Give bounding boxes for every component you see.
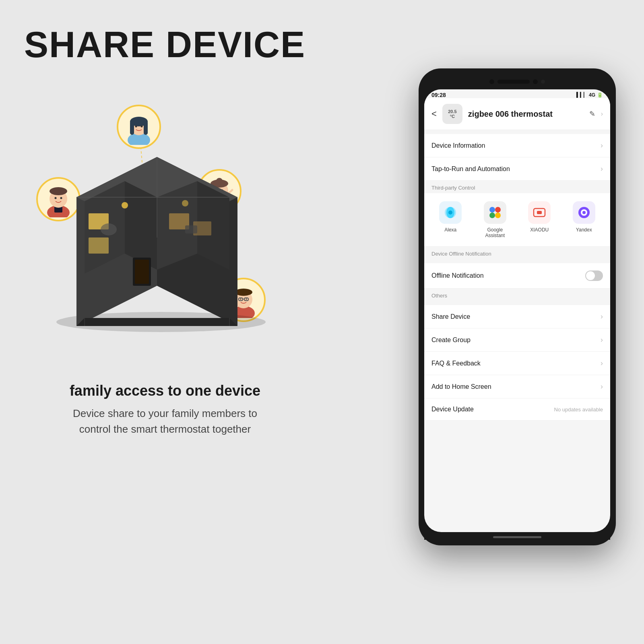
back-button[interactable]: < <box>431 109 437 119</box>
tap-run-label: Tap-to-Run and Automation <box>431 165 510 173</box>
family-access-title: family access to one device <box>36 382 294 399</box>
menu-item-tap-run[interactable]: Tap-to-Run and Automation › <box>424 157 610 181</box>
device-update-label: Device Update <box>431 406 474 413</box>
offline-section: Offline Notification <box>424 263 610 289</box>
temp-value: 20.5 <box>448 109 456 114</box>
page-title: SHARE DEVICE <box>24 24 305 66</box>
svg-point-51 <box>182 200 188 206</box>
create-group-label: Create Group <box>431 336 471 344</box>
phone-container: 09:28 ▍▎▏ 4G 🔋 < 20.5 °C zigbee 006 ther… <box>419 68 620 545</box>
svg-rect-47 <box>135 260 149 284</box>
google-label: Google Assistant <box>479 227 511 238</box>
svg-point-48 <box>101 223 117 235</box>
offline-section-header: Device Offline Notification <box>424 247 610 259</box>
alexa-icon <box>439 201 462 224</box>
tp-item-xiaodu[interactable]: XIAODU <box>523 201 555 233</box>
third-party-row: Alexa Google Assistant <box>424 193 610 247</box>
add-home-label: Add to Home Screen <box>431 383 491 390</box>
xiaodu-icon <box>528 201 551 224</box>
menu-device-information-section: Device Information › Tap-to-Run and Auto… <box>424 134 610 181</box>
alexa-label: Alexa <box>444 227 456 233</box>
house-svg <box>44 129 278 338</box>
phone-screen: 09:28 ▍▎▏ 4G 🔋 < 20.5 °C zigbee 006 ther… <box>424 89 610 532</box>
menu-item-share-device[interactable]: Share Device › <box>424 305 610 328</box>
device-name: zigbee 006 thermostat <box>468 109 584 119</box>
tp-item-yandex[interactable]: Yandex <box>568 201 600 233</box>
third-party-section-header: Third-party Control <box>424 181 610 193</box>
signal-strength: 4G <box>589 92 595 98</box>
others-section: Share Device › Create Group › FAQ & Feed… <box>424 305 610 421</box>
svg-point-60 <box>489 213 495 218</box>
tap-run-chevron: › <box>601 165 603 173</box>
svg-point-59 <box>495 207 501 213</box>
tp-item-alexa[interactable]: Alexa <box>434 201 466 233</box>
menu-item-offline[interactable]: Offline Notification <box>424 263 610 289</box>
share-device-chevron: › <box>601 312 603 321</box>
share-device-label: Share Device <box>431 313 470 320</box>
svg-rect-43 <box>89 237 109 254</box>
svg-marker-52 <box>76 318 237 326</box>
svg-point-57 <box>448 211 452 215</box>
svg-point-50 <box>122 202 128 208</box>
google-icon <box>484 201 506 224</box>
phone-outer: 09:28 ▍▎▏ 4G 🔋 < 20.5 °C zigbee 006 ther… <box>419 68 616 545</box>
status-bar: 09:28 ▍▎▏ 4G 🔋 <box>424 89 610 98</box>
others-section-header: Others <box>424 289 610 301</box>
edit-icon[interactable]: ✎ <box>589 109 595 118</box>
menu-item-faq[interactable]: FAQ & Feedback › <box>424 352 610 375</box>
signal-icon: ▍▎▏ <box>576 92 587 98</box>
offline-label: Offline Notification <box>431 272 484 279</box>
menu-item-create-group[interactable]: Create Group › <box>424 328 610 352</box>
offline-toggle[interactable] <box>585 270 603 281</box>
device-icon: 20.5 °C <box>442 104 462 124</box>
faq-label: FAQ & Feedback <box>431 360 481 367</box>
svg-point-16 <box>141 126 143 128</box>
svg-rect-63 <box>537 211 542 214</box>
temp-unit: °C <box>450 114 455 119</box>
menu-item-device-update[interactable]: Device Update No updates available <box>424 398 610 421</box>
header-chevron-icon: › <box>601 110 603 118</box>
device-information-chevron: › <box>601 141 603 150</box>
svg-point-15 <box>135 126 137 128</box>
battery-icon: 🔋 <box>597 92 603 98</box>
svg-point-66 <box>582 211 586 214</box>
left-section: family access to one device Device share… <box>24 80 306 437</box>
tp-item-google[interactable]: Google Assistant <box>479 201 511 238</box>
faq-chevron: › <box>601 359 603 367</box>
menu-item-add-home[interactable]: Add to Home Screen › <box>424 375 610 398</box>
xiaodu-label: XIAODU <box>530 227 549 233</box>
app-header: < 20.5 °C zigbee 006 thermostat ✎ › <box>424 98 610 130</box>
device-update-value: No updates available <box>554 407 603 413</box>
family-access-desc: Device share to your family members toco… <box>36 406 294 437</box>
svg-point-58 <box>489 207 495 213</box>
create-group-chevron: › <box>601 336 603 344</box>
add-home-chevron: › <box>601 382 603 391</box>
svg-rect-49 <box>185 225 197 233</box>
yandex-label: Yandex <box>576 227 592 233</box>
yandex-icon <box>573 201 595 224</box>
svg-point-61 <box>495 213 501 218</box>
status-icons: ▍▎▏ 4G 🔋 <box>576 92 603 98</box>
house-illustration <box>24 89 298 370</box>
menu-item-device-information[interactable]: Device Information › <box>424 134 610 157</box>
device-information-label: Device Information <box>431 142 485 149</box>
status-time: 09:28 <box>431 92 446 98</box>
